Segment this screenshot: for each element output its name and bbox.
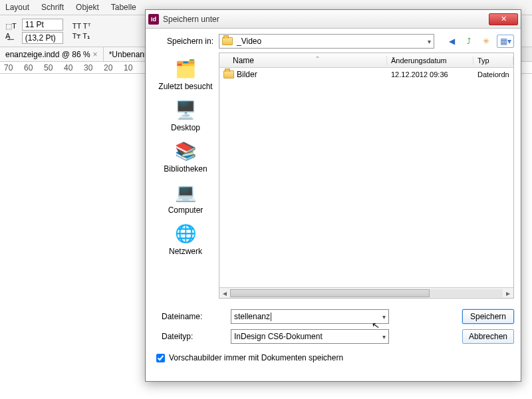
col-type[interactable]: Typ [473,57,513,65]
leading-field[interactable]: (13,2 Pt) [22,32,63,44]
scroll-left-icon[interactable]: ◂ [219,289,230,298]
close-icon[interactable]: × [93,50,98,59]
nav-up-icon[interactable]: ⤴ [462,35,475,48]
nav-newfolder-icon[interactable]: ✳ [479,35,493,48]
sidebar-item-computer[interactable]: 💻Computer [168,180,203,215]
libraries-icon: 📚 [174,139,198,163]
save-in-label: Speichern in: [152,37,213,46]
sidebar-item-desktop[interactable]: 🖥️Desktop [171,98,200,132]
col-date[interactable]: Änderungsdatum [387,57,473,65]
menu-tabelle[interactable]: Tabelle [111,3,136,12]
font-size-field[interactable]: 11 Pt [22,19,63,31]
menu-schrift[interactable]: Schrift [41,3,64,12]
mouse-cursor-icon: ↖ [371,319,381,331]
close-button[interactable]: ✕ [489,13,518,25]
dialog-titlebar[interactable]: Id Speichern unter ✕ [146,10,521,29]
nav-back-icon[interactable]: ◀ [445,35,458,48]
chevron-down-icon: ▾ [428,38,431,45]
places-sidebar: 🗂️Zuletzt besucht 🖥️Desktop 📚Bibliotheke… [152,53,219,299]
leading-icon: A͟ͅ [5,32,17,41]
save-in-combo[interactable]: _Video ▾ [219,34,434,49]
sidebar-item-network[interactable]: 🌐Netzwerk [169,221,202,256]
folder-icon [222,37,233,45]
nav-view-icon[interactable]: ▦▾ [497,35,514,48]
sidebar-item-recent[interactable]: 🗂️Zuletzt besucht [158,57,212,91]
scroll-thumb[interactable] [230,289,430,297]
filetype-combo[interactable]: InDesign CS6-Dokument▾ [231,329,389,344]
computer-icon: 💻 [174,180,198,204]
font-size-icon: ⬚T [5,22,17,31]
caps-buttons[interactable]: TT Tᵀ [72,22,90,31]
save-button[interactable]: Speichern [462,309,514,324]
tab-stellenanzeige[interactable]: enanzeige.indd @ 86 %× [0,47,104,61]
recent-icon: 🗂️ [174,57,198,80]
file-list: Nameˆ Änderungsdatum Typ Bilder 12.12.20… [219,53,514,299]
chevron-down-icon: ▾ [382,313,386,321]
filename-input[interactable]: stellenanz▾ [231,309,389,324]
dialog-title: Speichern unter [163,15,489,24]
menu-layout[interactable]: Layout [5,3,29,12]
indesign-app-icon: Id [148,14,159,25]
filetype-label: Dateityp: [152,332,225,341]
table-row[interactable]: Bilder 12.12.2012 09:36 Dateiordn [219,68,513,81]
chevron-down-icon: ▾ [382,333,386,340]
horizontal-scrollbar[interactable]: ◂ ▸ [219,287,513,298]
network-icon: 🌐 [174,221,198,245]
folder-icon [223,70,234,78]
desktop-icon: 🖥️ [174,98,198,122]
save-as-dialog: Id Speichern unter ✕ Speichern in: _Vide… [145,9,521,382]
cancel-button[interactable]: Abbrechen [462,329,514,344]
thumbnails-checkbox[interactable] [156,354,165,362]
thumbnails-label: Vorschaubilder immer mit Dokumenten spei… [169,353,343,362]
menu-objekt[interactable]: Objekt [76,3,99,12]
sidebar-item-libraries[interactable]: 📚Bibliotheken [164,139,207,174]
smallcaps-buttons[interactable]: Tᴛ T₁ [72,32,90,41]
scroll-right-icon[interactable]: ▸ [503,289,513,298]
col-name[interactable]: Nameˆ [219,56,387,65]
filename-label: Dateiname: [152,312,225,321]
column-headers[interactable]: Nameˆ Änderungsdatum Typ [219,53,513,68]
